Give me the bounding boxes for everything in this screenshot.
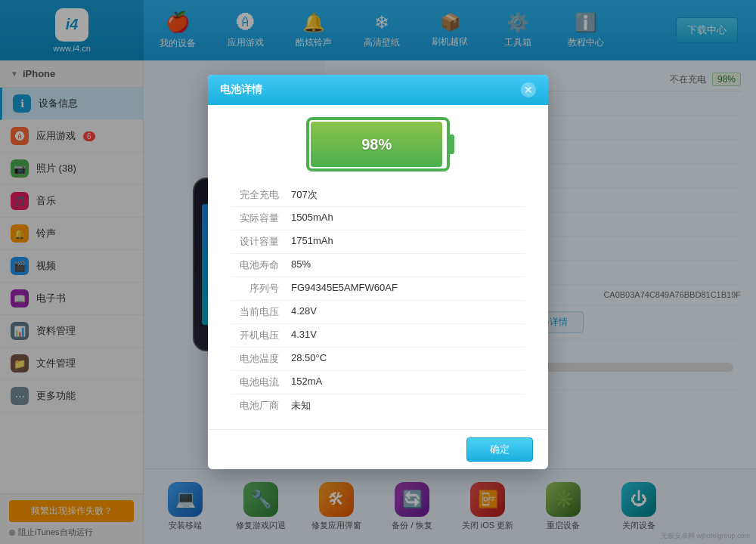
dialog-row-temperature: 电池温度 28.50°C	[231, 348, 525, 371]
dialog-overlay: 电池详情 ✕ 98% 完全充电 707次 实际容量	[0, 0, 756, 544]
dialog-key-battery-life: 电池寿命	[231, 258, 291, 272]
battery-pct-display: 98%	[361, 136, 392, 153]
dialog-key-current: 电池电流	[231, 376, 291, 389]
dialog-close-button[interactable]: ✕	[521, 82, 536, 97]
dialog-header: 电池详情 ✕	[208, 75, 548, 105]
dialog-val-serial: FG94345E5AMFW60AF	[291, 282, 525, 295]
dialog-confirm-button[interactable]: 确定	[466, 437, 533, 462]
dialog-val-boot-voltage: 4.31V	[291, 329, 525, 342]
battery-visual: 98%	[231, 117, 525, 172]
dialog-row-charge-count: 完全充电 707次	[231, 184, 525, 207]
dialog-row-boot-voltage: 开机电压 4.31V	[231, 324, 525, 348]
dialog-key-manufacturer: 电池厂商	[231, 399, 291, 413]
dialog-val-current: 152mA	[291, 376, 525, 389]
dialog-val-design-capacity: 1751mAh	[291, 235, 525, 249]
dialog-row-current: 电池电流 152mA	[231, 371, 525, 394]
dialog-key-serial: 序列号	[231, 282, 291, 295]
battery-tip	[448, 134, 454, 154]
battery-fill: 98%	[311, 122, 442, 167]
dialog-key-boot-voltage: 开机电压	[231, 329, 291, 342]
dialog-val-actual-capacity: 1505mAh	[291, 212, 525, 225]
dialog-key-temperature: 电池温度	[231, 352, 291, 366]
dialog-val-battery-life: 85%	[291, 258, 525, 272]
dialog-val-temperature: 28.50°C	[291, 352, 525, 366]
battery-dialog: 电池详情 ✕ 98% 完全充电 707次 实际容量	[208, 75, 548, 469]
dialog-val-manufacturer: 未知	[291, 399, 525, 413]
dialog-key-charge-count: 完全充电	[231, 188, 291, 202]
dialog-row-design-capacity: 设计容量 1751mAh	[231, 230, 525, 254]
dialog-val-charge-count: 707次	[291, 188, 525, 202]
dialog-key-voltage: 当前电压	[231, 305, 291, 319]
dialog-val-voltage: 4.28V	[291, 305, 525, 319]
dialog-footer: 确定	[208, 429, 548, 469]
dialog-row-voltage: 当前电压 4.28V	[231, 301, 525, 324]
dialog-key-actual-capacity: 实际容量	[231, 212, 291, 225]
dialog-row-manufacturer: 电池厂商 未知	[231, 394, 525, 417]
dialog-key-design-capacity: 设计容量	[231, 235, 291, 249]
dialog-body: 98% 完全充电 707次 实际容量 1505mAh 设计容量 1751mAh	[208, 105, 548, 429]
dialog-row-actual-capacity: 实际容量 1505mAh	[231, 207, 525, 230]
dialog-row-serial: 序列号 FG94345E5AMFW60AF	[231, 277, 525, 301]
battery-outer: 98%	[306, 117, 450, 172]
dialog-title: 电池详情	[220, 83, 262, 97]
dialog-table: 完全充电 707次 实际容量 1505mAh 设计容量 1751mAh 电池寿命…	[231, 184, 525, 417]
dialog-row-battery-life: 电池寿命 85%	[231, 254, 525, 277]
